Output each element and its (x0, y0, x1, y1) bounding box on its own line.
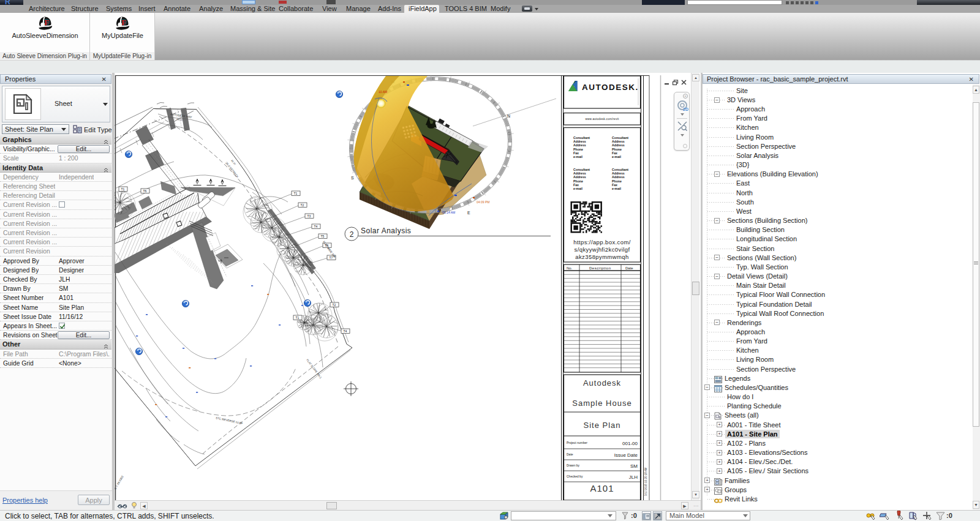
svg-text:Address: Address (573, 143, 586, 147)
svg-text:Consultant: Consultant (612, 168, 628, 171)
svg-text:Issue Date: Issue Date (614, 452, 638, 458)
svg-text:Autodesk: Autodesk (583, 378, 621, 388)
svg-text:Site Plan: Site Plan (583, 421, 620, 430)
svg-text:T1: T1 (294, 192, 298, 195)
svg-text:Address: Address (612, 171, 625, 175)
svg-text:2D: 2D (683, 107, 688, 111)
svg-text:E: E (467, 211, 470, 215)
svg-text:04:09 PM: 04:09 PM (477, 200, 489, 204)
svg-text:T1: T1 (296, 316, 300, 320)
svg-text:S: S (351, 176, 354, 180)
svg-text:e-mail: e-mail (612, 155, 622, 159)
svg-text:Consultant: Consultant (573, 136, 590, 140)
svg-text:T2: T2 (301, 203, 304, 207)
svg-text:T1: T1 (121, 187, 125, 191)
svg-text:Fax: Fax (573, 183, 579, 187)
svg-text:AUTODESK.: AUTODESK. (582, 83, 639, 92)
svg-text:Address: Address (612, 140, 625, 143)
svg-text:Fax: Fax (612, 151, 617, 155)
svg-text:T4: T4 (314, 225, 318, 228)
svg-text:T5: T5 (321, 234, 325, 238)
svg-text:T6: T6 (143, 189, 147, 193)
svg-text:Sample House: Sample House (572, 399, 631, 408)
svg-text:Date: Date (567, 452, 573, 456)
svg-text:No.: No. (567, 266, 573, 270)
svg-text:2: 2 (350, 230, 354, 239)
svg-text:Address: Address (612, 143, 625, 147)
svg-text:www.autodesk.com/revit: www.autodesk.com/revit (585, 118, 619, 121)
svg-text:Date: Date (625, 266, 633, 270)
svg-text:Address: Address (612, 175, 625, 179)
svg-text:Phone: Phone (612, 148, 622, 151)
svg-text:Project number: Project number (567, 441, 587, 444)
svg-text:e-mail: e-mail (573, 155, 583, 159)
svg-text:T3: T3 (307, 214, 311, 218)
svg-text:Drawn by: Drawn by (567, 463, 580, 467)
svg-text:Fax: Fax (573, 151, 579, 155)
svg-text:T4: T4 (344, 329, 347, 333)
svg-text:Phone: Phone (612, 179, 622, 183)
svg-text:e-mail: e-mail (612, 187, 622, 190)
svg-text:06:14 AM: 06:14 AM (442, 211, 455, 214)
svg-text:Address: Address (573, 140, 586, 143)
svg-text:akz358pymmwmqh: akz358pymmwmqh (575, 253, 628, 260)
svg-text:Address: Address (573, 171, 586, 175)
svg-text:https://app.box.com/: https://app.box.com/ (573, 239, 631, 246)
svg-text:JLH: JLH (629, 474, 638, 480)
svg-text:001-00: 001-00 (622, 441, 638, 446)
svg-text:Address: Address (573, 175, 586, 179)
svg-text:10 AM: 10 AM (379, 90, 387, 94)
svg-text:Consultant: Consultant (573, 168, 590, 171)
svg-text:F: F (44, 18, 49, 27)
svg-text:Checked by: Checked by (567, 474, 583, 478)
svg-text:e-mail: e-mail (573, 187, 583, 190)
svg-text:T2: T2 (333, 303, 336, 307)
svg-text:SM: SM (630, 463, 638, 469)
svg-text:s/qkyywjhfi2kc0vilgf: s/qkyywjhfi2kc0vilgf (575, 246, 630, 253)
svg-text:Solar Analysis: Solar Analysis (361, 227, 411, 235)
svg-text:F: F (121, 18, 126, 27)
svg-text:A101: A101 (590, 483, 614, 493)
svg-text:N: N (507, 114, 510, 118)
svg-text:Fax: Fax (612, 183, 617, 187)
svg-text:3/17/2015 10:20:18 AM: 3/17/2015 10:20:18 AM (644, 467, 647, 496)
svg-text:Consultant: Consultant (612, 136, 628, 140)
svg-text:Phone: Phone (573, 179, 583, 183)
svg-text:Description: Description (589, 266, 611, 270)
svg-text:Phone: Phone (573, 148, 583, 151)
